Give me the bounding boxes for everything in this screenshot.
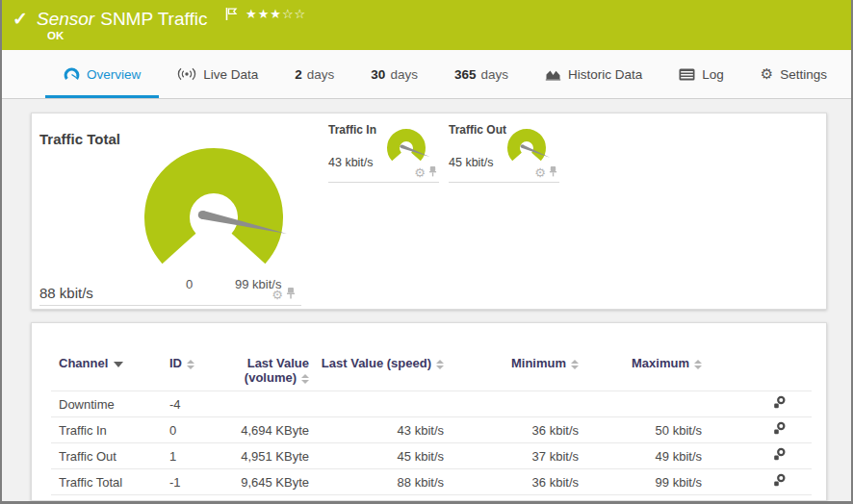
gauge-value: 88 kbit/s (39, 285, 93, 301)
gauge-tools: ⚙ (271, 286, 296, 303)
cell-speed (321, 391, 455, 417)
cell-speed: 43 kbit/s (321, 417, 455, 443)
cell-volume (234, 391, 321, 417)
tab-number: 30 (371, 67, 385, 82)
stars-filled: ★★★ (246, 7, 282, 21)
status-ok-check-icon: ✓ (13, 8, 28, 30)
tab-historic-data[interactable]: Historic Data (527, 50, 660, 98)
tab-label: days (307, 67, 335, 82)
column-label: Minimum (511, 356, 566, 370)
gauge-tools: ⚙ (534, 164, 557, 181)
gauge-title: Traffic Out (449, 123, 506, 137)
gauge-traffic-out: Traffic Out 45 kbit/s ⚙ (449, 121, 559, 183)
cell-minimum: 36 kbit/s (455, 417, 590, 443)
column-header-actions (713, 348, 812, 391)
column-header-maximum[interactable]: Maximum (590, 348, 713, 391)
cell-id: -1 (165, 469, 234, 495)
tab-settings[interactable]: ⚙ Settings (742, 50, 845, 98)
tab-number: 2 (295, 67, 302, 82)
cell-maximum: 49 kbit/s (590, 443, 713, 469)
tab-30-days[interactable]: 30 days (352, 50, 436, 98)
cell-minimum: 37 kbit/s (455, 443, 590, 469)
stars-empty: ☆☆ (282, 7, 306, 21)
gauge-tools: ⚙ (414, 164, 437, 181)
table-header-row: Channel ID Last Value (volume) Last Valu… (51, 348, 812, 391)
table-row-traffic-in[interactable]: Traffic In 0 4,694 KByte 43 kbit/s 36 kb… (51, 417, 812, 443)
tab-label: Log (702, 67, 724, 82)
gauge-value: 43 kbit/s (328, 156, 374, 169)
cell-minimum: 36 kbit/s (455, 469, 590, 495)
cell-minimum (455, 391, 590, 417)
gauge-dial-traffic-total (39, 123, 301, 296)
priority-stars[interactable]: ★★★☆☆ (246, 7, 306, 21)
tab-label: Overview (87, 67, 141, 82)
tab-live-data[interactable]: Live Data (159, 50, 276, 98)
column-header-last-value-volume[interactable]: Last Value (volume) (234, 348, 321, 391)
area-chart-icon (545, 67, 561, 81)
tab-2-days[interactable]: 2 days (276, 50, 352, 98)
column-label: Last Value (234, 356, 309, 370)
channels-table: Channel ID Last Value (volume) Last Valu… (51, 348, 812, 495)
table-row-traffic-total[interactable]: Traffic Total -1 9,645 KByte 88 kbit/s 3… (51, 469, 812, 495)
channel-settings-wrench-icon[interactable] (771, 473, 787, 491)
page-title-prefix: Sensor (37, 9, 94, 29)
cell-volume: 4,694 KByte (234, 417, 321, 443)
column-header-last-value-speed[interactable]: Last Value (speed) (321, 348, 455, 391)
page-title-name: SNMP Traffic (100, 9, 207, 29)
column-label: Channel (59, 356, 108, 370)
live-signal-icon (177, 67, 196, 81)
log-list-icon (679, 68, 695, 81)
tab-label: days (390, 67, 418, 82)
tab-log[interactable]: Log (660, 50, 742, 98)
channel-settings-wrench-icon[interactable] (771, 421, 787, 439)
column-header-minimum[interactable]: Minimum (455, 348, 590, 391)
channel-settings-wrench-icon[interactable] (771, 447, 787, 465)
cell-channel: Traffic Total (51, 469, 165, 495)
gauge-settings-gear-icon[interactable]: ⚙ (271, 289, 283, 301)
column-label: Last Value (speed) (322, 356, 431, 370)
tab-bar: Overview Live Data 2 days 30 days 365 (2, 50, 851, 99)
sort-desc-icon (114, 362, 123, 367)
gauge-traffic-in: Traffic In 43 kbit/s ⚙ (328, 121, 439, 183)
page-title: SensorSNMP Traffic (37, 9, 207, 30)
cell-channel: Downtime (51, 391, 165, 417)
gauge-settings-gear-icon[interactable]: ⚙ (534, 166, 546, 179)
tab-label: Live Data (203, 67, 258, 82)
pin-icon[interactable] (428, 164, 437, 181)
sort-icon (694, 360, 702, 369)
prtg-sensor-window: ✓ SensorSNMP Traffic ★★★☆☆ OK Overview (0, 0, 853, 504)
column-label: (volume) (245, 370, 297, 385)
pin-icon[interactable] (549, 164, 557, 181)
column-header-channel[interactable]: Channel (51, 348, 165, 391)
cell-maximum (590, 391, 713, 417)
priority-flag-icon[interactable] (225, 7, 238, 25)
tab-label: Settings (780, 67, 827, 82)
sort-icon (436, 360, 444, 369)
tab-365-days[interactable]: 365 days (436, 50, 527, 98)
tab-label: days (480, 67, 508, 82)
gauges-panel: Traffic Total 0 99 kbit/s 88 kbit/s ⚙ (31, 113, 827, 310)
gauge-settings-gear-icon[interactable]: ⚙ (414, 166, 426, 179)
cell-maximum: 50 kbit/s (590, 417, 713, 443)
column-header-id[interactable]: ID (165, 348, 234, 391)
pin-icon[interactable] (286, 286, 296, 303)
cell-id: 0 (165, 417, 234, 443)
tab-overview[interactable]: Overview (45, 50, 159, 98)
gauge-value: 45 kbit/s (449, 156, 494, 169)
cell-channel: Traffic Out (51, 443, 165, 469)
column-label: Maximum (632, 356, 689, 370)
channel-settings-wrench-icon[interactable] (771, 395, 787, 413)
cell-volume: 4,951 KByte (234, 443, 321, 469)
gauge-title: Traffic In (328, 123, 376, 137)
gear-icon: ⚙ (761, 65, 773, 83)
cell-id: 1 (165, 443, 234, 469)
sensor-header: ✓ SensorSNMP Traffic ★★★☆☆ OK (2, 0, 851, 50)
column-label: ID (169, 356, 182, 370)
sort-icon (301, 374, 309, 384)
sort-icon (571, 360, 579, 369)
cell-speed: 45 kbit/s (321, 443, 455, 469)
table-row-traffic-out[interactable]: Traffic Out 1 4,951 KByte 45 kbit/s 37 k… (51, 443, 812, 469)
gauge-icon (64, 66, 80, 82)
gauge-traffic-total: Traffic Total 0 99 kbit/s 88 kbit/s ⚙ (39, 123, 301, 306)
table-row-downtime[interactable]: Downtime -4 (51, 391, 812, 417)
